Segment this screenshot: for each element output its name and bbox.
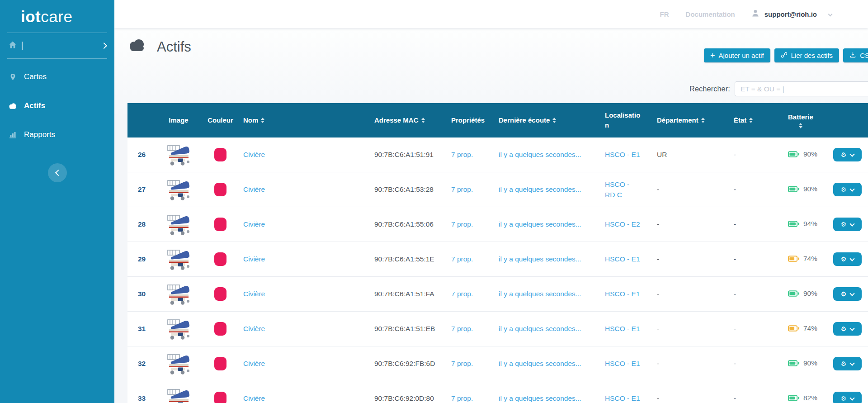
mac-address: 90:7B:C6:A1:55:1E — [371, 242, 448, 277]
asset-image[interactable] — [164, 385, 193, 403]
sidebar-item-home[interactable] — [0, 33, 114, 58]
last-seen-link[interactable]: il y a quelques secondes... — [499, 360, 581, 367]
chevron-down-icon — [850, 326, 855, 331]
color-swatch — [214, 392, 226, 403]
row-actions-button[interactable]: ⚙ — [833, 218, 862, 231]
column-header-departement[interactable]: Département — [653, 103, 730, 137]
battery-icon — [788, 325, 800, 332]
link-assets-label: Lier des actifs — [791, 52, 833, 59]
gear-icon: ⚙ — [841, 221, 847, 228]
properties-link[interactable]: 7 prop. — [451, 325, 473, 332]
asset-name-link[interactable]: Civière — [243, 185, 265, 193]
last-seen-link[interactable]: il y a quelques secondes... — [499, 394, 581, 402]
chevron-down-icon — [850, 221, 855, 226]
location-link[interactable]: HSCO - E1 — [605, 149, 640, 160]
asset-name-link[interactable]: Civière — [243, 255, 265, 263]
location-link[interactable]: HSCO - E1 — [605, 254, 640, 264]
department-value: - — [653, 207, 730, 242]
asset-image[interactable] — [164, 176, 193, 203]
battery-icon — [788, 221, 800, 227]
sidebar-nav: Cartes Actifs Rapports — [0, 62, 114, 149]
asset-name-link[interactable]: Civière — [243, 290, 265, 298]
last-seen-link[interactable]: il y a quelques secondes... — [499, 220, 581, 228]
last-seen-link[interactable]: il y a quelques secondes... — [499, 255, 581, 263]
battery-indicator: 90% — [788, 185, 817, 193]
location-link[interactable]: HSCO - E2 — [605, 219, 640, 229]
department-value: - — [653, 346, 730, 381]
csv-export-button[interactable]: CSV — [843, 48, 868, 62]
asset-image[interactable] — [164, 316, 193, 342]
table-head: ImageCouleurNomAdresse MACPropriétésDern… — [127, 103, 868, 137]
asset-image[interactable] — [164, 281, 193, 307]
add-asset-button[interactable]: + Ajouter un actif — [704, 48, 770, 62]
properties-link[interactable]: 7 prop. — [451, 185, 473, 193]
location-link[interactable]: HSCO - E1 — [605, 323, 640, 334]
row-actions-button[interactable]: ⚙ — [833, 183, 862, 196]
location-link[interactable]: HSCO - RD C — [605, 179, 641, 200]
row-actions-button[interactable]: ⚙ — [833, 357, 862, 370]
mac-address: 90:7B:C6:A1:53:28 — [371, 172, 448, 207]
logo-light: care — [41, 8, 72, 25]
location-link[interactable]: HSCO - E1 — [605, 358, 640, 369]
location-link[interactable]: HSCO - E1 — [605, 289, 640, 299]
row-id: 26 — [127, 137, 156, 172]
properties-link[interactable]: 7 prop. — [451, 220, 473, 228]
asset-name-link[interactable]: Civière — [243, 394, 265, 402]
language-switcher[interactable]: FR — [660, 10, 669, 18]
row-id: 31 — [127, 312, 156, 346]
row-actions-button[interactable]: ⚙ — [833, 392, 862, 403]
asset-name-link[interactable]: Civière — [243, 360, 265, 367]
column-header-proprietes: Propriétés — [448, 103, 495, 137]
column-header-nom[interactable]: Nom — [240, 103, 371, 137]
asset-name-link[interactable]: Civière — [243, 151, 265, 158]
asset-image[interactable] — [164, 351, 193, 377]
asset-image[interactable] — [164, 211, 193, 237]
properties-link[interactable]: 7 prop. — [451, 255, 473, 263]
sidebar-collapse-button[interactable] — [48, 163, 67, 182]
asset-image[interactable] — [164, 142, 193, 168]
sidebar-divider — [7, 58, 107, 59]
column-header-batterie[interactable]: Batterie — [784, 103, 830, 137]
properties-link[interactable]: 7 prop. — [451, 394, 473, 402]
last-seen-link[interactable]: il y a quelques secondes... — [499, 185, 581, 193]
properties-link[interactable]: 7 prop. — [451, 360, 473, 367]
search-input[interactable] — [735, 81, 868, 96]
app-logo[interactable]: iotcare — [0, 0, 114, 33]
table-row: 31 Civière 90 — [127, 312, 868, 346]
asset-name-link[interactable]: Civière — [243, 220, 265, 228]
department-value: - — [653, 277, 730, 312]
color-swatch — [214, 183, 226, 196]
last-seen-link[interactable]: il y a quelques secondes... — [499, 325, 581, 332]
chevron-down-icon — [828, 12, 833, 16]
row-actions-button[interactable]: ⚙ — [833, 287, 862, 301]
sidebar-item-actifs[interactable]: Actifs — [0, 91, 114, 120]
last-seen-link[interactable]: il y a quelques secondes... — [499, 151, 581, 158]
last-seen-link[interactable]: il y a quelques secondes... — [499, 290, 581, 298]
battery-indicator: 94% — [788, 220, 817, 228]
chevron-down-icon — [850, 256, 855, 261]
chevron-left-icon — [55, 170, 61, 176]
plus-icon: + — [710, 52, 715, 60]
state-value: - — [730, 172, 784, 207]
asset-image[interactable] — [164, 246, 193, 272]
row-actions-button[interactable]: ⚙ — [833, 322, 862, 336]
user-menu[interactable]: support@rioh.io — [751, 9, 832, 19]
column-header-mac[interactable]: Adresse MAC — [371, 103, 448, 137]
properties-link[interactable]: 7 prop. — [451, 290, 473, 298]
battery-indicator: 90% — [788, 289, 817, 298]
column-header-localisation: Localisation — [601, 103, 653, 137]
asset-name-link[interactable]: Civière — [243, 325, 265, 332]
column-header-etat[interactable]: État — [730, 103, 784, 137]
sidebar-item-rapports[interactable]: Rapports — [0, 120, 114, 149]
state-value: - — [730, 277, 784, 312]
location-link[interactable]: HSCO - E1 — [605, 393, 640, 403]
properties-link[interactable]: 7 prop. — [451, 151, 473, 158]
documentation-link[interactable]: Documentation — [686, 10, 735, 18]
row-actions-button[interactable]: ⚙ — [833, 148, 862, 161]
row-actions-button[interactable]: ⚙ — [833, 252, 862, 266]
column-header-derniere[interactable]: Dernière écoute — [495, 103, 601, 137]
link-assets-button[interactable]: Lier des actifs — [774, 48, 840, 62]
table-row: 26 Civière 90 — [127, 137, 868, 172]
battery-percent: 90% — [803, 150, 817, 158]
sidebar-item-cartes[interactable]: Cartes — [0, 62, 114, 91]
